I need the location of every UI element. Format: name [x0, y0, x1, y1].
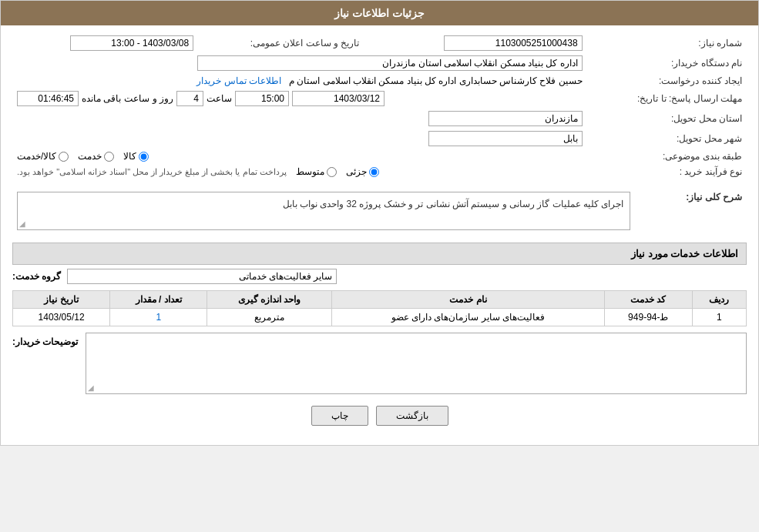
- buttons-row: بازگشت چاپ: [12, 406, 747, 426]
- date-value: [12, 33, 198, 53]
- col-service-code: کد خدمت: [605, 291, 693, 309]
- order-number-row: شماره نیاز: تاریخ و ساعت اعلان عمومی:: [12, 33, 747, 53]
- description-text: اجرای کلیه عملیات گاز رسانی و سیستم آتش …: [283, 199, 624, 209]
- date-label: تاریخ و ساعت اعلان عمومی:: [198, 33, 364, 53]
- creator-value: حسین فلاح کارشناس حسابداری اداره کل بنیا…: [12, 73, 587, 89]
- buyer-notes-label: توضیحات خریدار:: [12, 333, 78, 347]
- purchase-type-radio1-label: جزئی: [346, 166, 367, 177]
- deadline-date-input[interactable]: [292, 91, 385, 106]
- cell-row-num: 1: [692, 309, 746, 326]
- service-group-input[interactable]: [67, 269, 337, 284]
- deadline-value: ساعت باقی مانده روز و ساعت: [12, 89, 587, 109]
- services-section-header: اطلاعات خدمات مورد نیاز: [12, 243, 747, 265]
- category-radio3-label: کالا/خدمت: [17, 151, 56, 162]
- buyer-org-value: [12, 53, 587, 73]
- cell-service-code: ط-94-949: [605, 309, 693, 326]
- main-info-table: شماره نیاز: تاریخ و ساعت اعلان عمومی: نا…: [12, 33, 747, 179]
- purchase-type-radio-medium: متوسط: [296, 166, 337, 177]
- page-header: جزئیات اطلاعات نیاز: [1, 1, 758, 25]
- category-radio-kala: کالا: [123, 151, 149, 162]
- description-row: شرح کلی نیاز: اجرای کلیه عملیات گاز رسان…: [12, 186, 747, 236]
- order-number-value: [379, 33, 586, 53]
- creator-text: حسین فلاح کارشناس حسابداری اداره کل بنیا…: [289, 75, 583, 86]
- purchase-type-radio1-input[interactable]: [369, 167, 379, 177]
- buyer-notes-box: ◢: [86, 333, 747, 394]
- province-label: استان محل تحویل:: [587, 109, 747, 129]
- category-radio2-label: خدمت: [78, 151, 102, 162]
- order-number-label: شماره نیاز:: [587, 33, 747, 53]
- city-input[interactable]: [428, 131, 583, 146]
- back-button[interactable]: بازگشت: [376, 406, 448, 426]
- deadline-time-input[interactable]: [235, 91, 289, 106]
- category-value: کالا/خدمت خدمت کالا: [12, 149, 587, 164]
- creator-label: ایجاد کننده درخواست:: [587, 73, 747, 89]
- buyer-org-row: نام دستگاه خریدار:: [12, 53, 747, 73]
- days-label: روز و: [153, 93, 173, 104]
- services-table: ردیف کد خدمت نام خدمت واحد اندازه گیری ت…: [12, 290, 747, 326]
- services-table-header-row: ردیف کد خدمت نام خدمت واحد اندازه گیری ت…: [13, 291, 747, 309]
- page-wrapper: جزئیات اطلاعات نیاز شماره نیاز: تاریخ و …: [0, 0, 759, 446]
- category-radio-kala-khedmat: کالا/خدمت: [17, 151, 69, 162]
- col-service-name: نام خدمت: [331, 291, 604, 309]
- category-radio-khedmat: خدمت: [78, 151, 114, 162]
- days-input[interactable]: [176, 91, 203, 106]
- category-radio-group: کالا/خدمت خدمت کالا: [17, 151, 583, 162]
- purchase-type-radio-small: جزئی: [346, 166, 379, 177]
- purchase-type-label: نوع فرآیند خرید :: [587, 164, 747, 179]
- col-date: تاریخ نیاز: [13, 291, 110, 309]
- services-table-body: 1 ط-94-949 فعالیت‌های سایر سازمان‌های دا…: [13, 309, 747, 326]
- col-unit: واحد اندازه گیری: [207, 291, 332, 309]
- deadline-time-label: ساعت: [207, 93, 232, 104]
- order-number-input[interactable]: [444, 35, 583, 51]
- category-row: طبقه بندی موضوعی: کالا/خدمت خدمت کالا: [12, 149, 747, 164]
- purchase-type-value: پرداخت تمام یا بخشی از مبلغ خریدار از مح…: [12, 164, 587, 179]
- province-input[interactable]: [428, 111, 583, 126]
- col-quantity: تعداد / مقدار: [110, 291, 207, 309]
- buyer-org-input[interactable]: [197, 55, 583, 71]
- city-label: شهر محل تحویل:: [587, 129, 747, 149]
- creator-row: ایجاد کننده درخواست: حسین فلاح کارشناس ح…: [12, 73, 747, 89]
- category-radio3-input[interactable]: [59, 152, 69, 162]
- page-title: جزئیات اطلاعات نیاز: [334, 7, 425, 19]
- purchase-type-radio2-label: متوسط: [296, 166, 324, 177]
- deadline-group: ساعت باقی مانده روز و ساعت: [17, 91, 583, 106]
- print-button[interactable]: چاپ: [311, 406, 368, 426]
- buyer-notes-section: توضیحات خریدار: ◢: [12, 333, 747, 394]
- description-label: شرح کلی نیاز:: [635, 186, 747, 236]
- buyer-org-label: نام دستگاه خریدار:: [587, 53, 747, 73]
- cell-quantity: 1: [110, 309, 207, 326]
- cell-unit: مترمربع: [207, 309, 332, 326]
- cell-date: 1403/05/12: [13, 309, 110, 326]
- category-radio1-input[interactable]: [139, 152, 149, 162]
- description-value: اجرای کلیه عملیات گاز رسانی و سیستم آتش …: [12, 186, 635, 236]
- date-input[interactable]: [70, 35, 193, 51]
- col-row-num: ردیف: [692, 291, 746, 309]
- creator-link[interactable]: اطلاعات تماس خریدار: [196, 75, 281, 86]
- buyer-notes-resize: ◢: [88, 383, 94, 392]
- deadline-label: مهلت ارسال پاسخ: تا تاریخ:: [587, 89, 747, 109]
- remaining-time-input[interactable]: [17, 91, 79, 106]
- resize-indicator: ◢: [19, 219, 25, 228]
- service-group-row: گروه خدمت:: [12, 269, 747, 284]
- description-table: شرح کلی نیاز: اجرای کلیه عملیات گاز رسان…: [12, 186, 747, 236]
- purchase-type-note: پرداخت تمام یا بخشی از مبلغ خریدار از مح…: [17, 167, 287, 177]
- city-value: [12, 129, 587, 149]
- description-box: اجرای کلیه عملیات گاز رسانی و سیستم آتش …: [17, 192, 630, 230]
- category-radio1-label: کالا: [123, 151, 136, 162]
- purchase-type-row: نوع فرآیند خرید : پرداخت تمام یا بخشی از…: [12, 164, 747, 179]
- category-radio2-input[interactable]: [104, 152, 114, 162]
- deadline-row: مهلت ارسال پاسخ: تا تاریخ: ساعت باقی مان…: [12, 89, 747, 109]
- province-value: [12, 109, 587, 129]
- city-row: شهر محل تحویل:: [12, 129, 747, 149]
- service-group-label: گروه خدمت:: [12, 271, 61, 282]
- province-row: استان محل تحویل:: [12, 109, 747, 129]
- purchase-type-radio2-input[interactable]: [327, 167, 337, 177]
- content-area: شماره نیاز: تاریخ و ساعت اعلان عمومی: نا…: [1, 25, 758, 445]
- category-label: طبقه بندی موضوعی:: [587, 149, 747, 164]
- services-table-header: ردیف کد خدمت نام خدمت واحد اندازه گیری ت…: [13, 291, 747, 309]
- purchase-type-radio-group: پرداخت تمام یا بخشی از مبلغ خریدار از مح…: [17, 166, 583, 177]
- remaining-label: ساعت باقی مانده: [82, 93, 149, 104]
- cell-service-name: فعالیت‌های سایر سازمان‌های دارای عضو: [331, 309, 604, 326]
- services-section-label: اطلاعات خدمات مورد نیاز: [631, 248, 738, 259]
- table-row: 1 ط-94-949 فعالیت‌های سایر سازمان‌های دا…: [13, 309, 747, 326]
